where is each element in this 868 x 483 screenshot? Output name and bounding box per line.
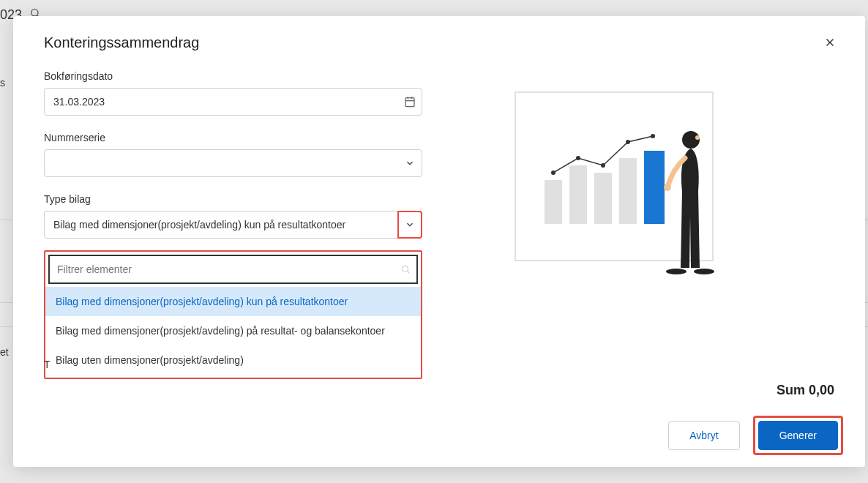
dropdown-filter-wrap[interactable] xyxy=(48,255,418,284)
svg-line-9 xyxy=(408,272,410,274)
generate-button-highlight: Generer xyxy=(753,416,843,455)
close-button[interactable] xyxy=(821,34,839,51)
number-series-group: Nummerserie xyxy=(44,132,422,177)
voucher-type-dropdown: Bilag med dimensjoner(prosjekt/avdeling)… xyxy=(44,250,422,379)
svg-rect-12 xyxy=(569,165,587,224)
modal: Konteringssammendrag Bokføringsdato xyxy=(13,16,865,467)
svg-point-0 xyxy=(31,10,38,16)
number-series-label: Nummerserie xyxy=(44,132,422,143)
dropdown-list: Bilag med dimensjoner(prosjekt/avdeling)… xyxy=(45,287,421,378)
svg-point-18 xyxy=(601,163,605,168)
svg-point-23 xyxy=(694,269,714,274)
voucher-type-label: Type bilag xyxy=(44,193,422,205)
svg-rect-15 xyxy=(644,151,665,224)
svg-rect-11 xyxy=(545,180,562,224)
svg-rect-4 xyxy=(405,98,414,107)
chevron-down-icon[interactable] xyxy=(398,158,422,168)
dropdown-option[interactable]: Bilag med dimensjoner(prosjekt/avdeling)… xyxy=(45,287,421,316)
svg-point-25 xyxy=(695,135,700,140)
number-series-select[interactable] xyxy=(44,149,422,177)
svg-rect-13 xyxy=(594,173,612,224)
svg-point-16 xyxy=(551,171,555,175)
dropdown-option[interactable]: Bilag uten dimensjoner(prosjekt/avdeling… xyxy=(45,345,421,375)
svg-point-24 xyxy=(664,184,671,191)
modal-body: Bokføringsdato Nummerserie xyxy=(13,57,865,467)
voucher-type-select[interactable]: Bilag med dimensjoner(prosjekt/avdeling)… xyxy=(44,211,422,239)
cancel-button[interactable]: Avbryt xyxy=(668,421,739,450)
svg-point-19 xyxy=(626,140,630,144)
modal-header: Konteringssammendrag xyxy=(13,16,865,57)
illustration-column xyxy=(422,70,834,467)
svg-point-20 xyxy=(651,134,655,138)
voucher-type-group: Type bilag Bilag med dimensjoner(prosjek… xyxy=(44,193,422,379)
modal-title: Konteringssammendrag xyxy=(44,34,199,51)
voucher-type-value[interactable]: Bilag med dimensjoner(prosjekt/avdeling)… xyxy=(44,211,397,239)
backdrop-row-label2: et xyxy=(0,346,9,358)
booking-date-input-wrap[interactable] xyxy=(44,88,422,116)
svg-point-17 xyxy=(576,156,580,160)
search-icon xyxy=(394,264,416,274)
booking-date-label: Bokføringsdato xyxy=(44,70,422,82)
truncated-label: T xyxy=(44,359,50,370)
generate-button[interactable]: Generer xyxy=(758,421,838,450)
svg-rect-14 xyxy=(619,158,637,224)
dropdown-filter-input[interactable] xyxy=(50,263,394,275)
number-series-input[interactable] xyxy=(45,157,398,169)
svg-point-21 xyxy=(682,131,700,149)
booking-date-input[interactable] xyxy=(45,96,398,108)
svg-point-22 xyxy=(666,269,686,274)
svg-point-8 xyxy=(402,266,408,272)
sum-label: Sum 0,00 xyxy=(777,383,834,398)
backdrop-row-label: s xyxy=(0,77,5,89)
dropdown-option[interactable]: Bilag med dimensjoner(prosjekt/avdeling)… xyxy=(45,316,421,345)
voucher-type-toggle[interactable] xyxy=(397,211,422,239)
calendar-icon[interactable] xyxy=(398,96,422,108)
modal-actions: Avbryt Generer xyxy=(668,416,843,455)
booking-date-group: Bokføringsdato xyxy=(44,70,422,116)
form-column: Bokføringsdato Nummerserie xyxy=(44,70,422,467)
chart-illustration xyxy=(508,85,749,290)
